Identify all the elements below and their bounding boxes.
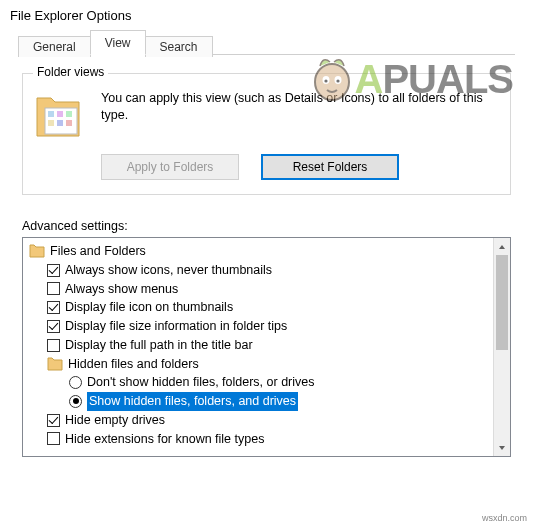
folder-views-legend: Folder views xyxy=(33,65,108,79)
option-label: Display file size information in folder … xyxy=(65,317,287,336)
tree-root: Files and Folders xyxy=(29,242,489,261)
tab-view[interactable]: View xyxy=(90,30,146,55)
option-label: Always show icons, never thumbnails xyxy=(65,261,272,280)
option-label: Always show menus xyxy=(65,280,178,299)
reset-folders-button[interactable]: Reset Folders xyxy=(261,154,399,180)
svg-rect-4 xyxy=(48,120,54,126)
svg-rect-2 xyxy=(57,111,63,117)
tree-scrollbar[interactable] xyxy=(493,238,510,456)
scroll-track[interactable] xyxy=(494,255,510,439)
checkbox-icon[interactable] xyxy=(47,414,60,427)
scroll-down-button[interactable] xyxy=(494,439,510,456)
chevron-down-icon xyxy=(498,444,506,452)
folder-views-group: Folder views You can apply this view (su… xyxy=(22,73,511,195)
option-file-size-tips[interactable]: Display file size information in folder … xyxy=(29,317,489,336)
scroll-thumb[interactable] xyxy=(496,255,508,350)
option-label: Hide extensions for known file types xyxy=(65,430,264,449)
checkbox-icon[interactable] xyxy=(47,339,60,352)
folder-views-icon xyxy=(35,90,87,142)
apply-to-folders-button: Apply to Folders xyxy=(101,154,239,180)
folder-icon xyxy=(29,244,45,258)
option-dont-show-hidden[interactable]: Don't show hidden files, folders, or dri… xyxy=(29,373,489,392)
advanced-settings-label: Advanced settings: xyxy=(22,219,511,233)
checkbox-icon[interactable] xyxy=(47,320,60,333)
tab-general[interactable]: General xyxy=(18,36,91,57)
svg-rect-1 xyxy=(48,111,54,117)
svg-rect-3 xyxy=(66,111,72,117)
chevron-up-icon xyxy=(498,243,506,251)
option-show-hidden[interactable]: Show hidden files, folders, and drives xyxy=(29,392,489,411)
advanced-settings-tree: Files and Folders Always show icons, nev… xyxy=(22,237,511,457)
radio-icon[interactable] xyxy=(69,395,82,408)
option-label-selected: Show hidden files, folders, and drives xyxy=(87,392,298,411)
option-always-icons[interactable]: Always show icons, never thumbnails xyxy=(29,261,489,280)
tree-root-label: Files and Folders xyxy=(50,242,146,261)
folder-icon xyxy=(47,357,63,371)
tab-strip: General View Search xyxy=(0,27,533,55)
option-full-path-title[interactable]: Display the full path in the title bar xyxy=(29,336,489,355)
tab-search[interactable]: Search xyxy=(145,36,213,57)
option-always-menus[interactable]: Always show menus xyxy=(29,280,489,299)
tab-content: Folder views You can apply this view (su… xyxy=(0,55,533,457)
checkbox-icon[interactable] xyxy=(47,282,60,295)
svg-rect-6 xyxy=(66,120,72,126)
option-hide-extensions[interactable]: Hide extensions for known file types xyxy=(29,430,489,449)
checkbox-icon[interactable] xyxy=(47,432,60,445)
option-label: Don't show hidden files, folders, or dri… xyxy=(87,373,315,392)
option-label: Display file icon on thumbnails xyxy=(65,298,233,317)
tree-group-label: Hidden files and folders xyxy=(68,355,199,374)
tree-hidden-group: Hidden files and folders xyxy=(29,355,489,374)
attribution-text: wsxdn.com xyxy=(482,513,527,523)
radio-icon[interactable] xyxy=(69,376,82,389)
scroll-up-button[interactable] xyxy=(494,238,510,255)
window-title: File Explorer Options xyxy=(0,0,533,27)
option-label: Hide empty drives xyxy=(65,411,165,430)
option-file-icon-thumbnails[interactable]: Display file icon on thumbnails xyxy=(29,298,489,317)
checkbox-icon[interactable] xyxy=(47,264,60,277)
checkbox-icon[interactable] xyxy=(47,301,60,314)
option-hide-empty-drives[interactable]: Hide empty drives xyxy=(29,411,489,430)
option-label: Display the full path in the title bar xyxy=(65,336,253,355)
svg-rect-5 xyxy=(57,120,63,126)
folder-views-description: You can apply this view (such as Details… xyxy=(101,90,498,124)
